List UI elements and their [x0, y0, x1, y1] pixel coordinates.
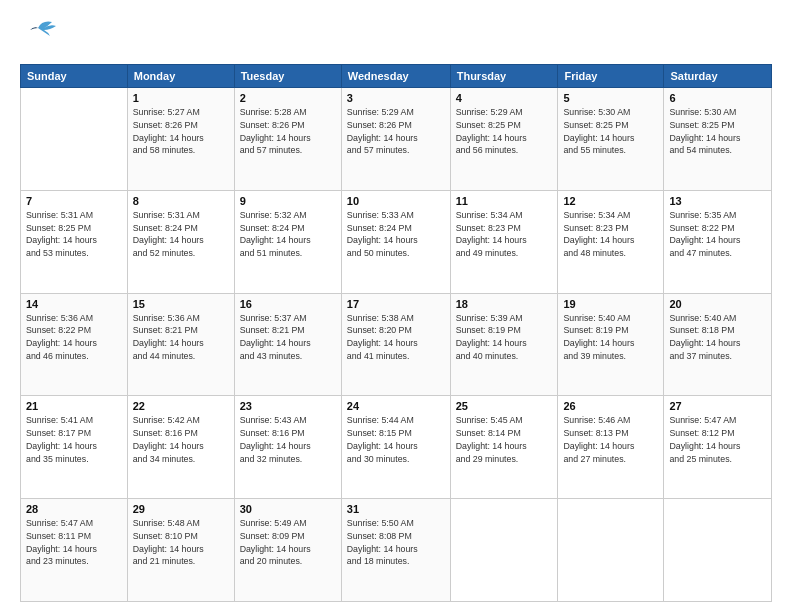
calendar-cell: 21Sunrise: 5:41 AM Sunset: 8:17 PM Dayli…	[21, 396, 128, 499]
calendar-cell	[450, 499, 558, 602]
cell-info-text: Sunrise: 5:31 AM Sunset: 8:24 PM Dayligh…	[133, 209, 229, 260]
calendar-cell: 1Sunrise: 5:27 AM Sunset: 8:26 PM Daylig…	[127, 88, 234, 191]
cell-info-text: Sunrise: 5:28 AM Sunset: 8:26 PM Dayligh…	[240, 106, 336, 157]
cell-info-text: Sunrise: 5:45 AM Sunset: 8:14 PM Dayligh…	[456, 414, 553, 465]
weekday-header: Sunday	[21, 65, 128, 88]
calendar-week-row: 1Sunrise: 5:27 AM Sunset: 8:26 PM Daylig…	[21, 88, 772, 191]
weekday-header: Friday	[558, 65, 664, 88]
cell-info-text: Sunrise: 5:42 AM Sunset: 8:16 PM Dayligh…	[133, 414, 229, 465]
cell-info-text: Sunrise: 5:38 AM Sunset: 8:20 PM Dayligh…	[347, 312, 445, 363]
cell-info-text: Sunrise: 5:29 AM Sunset: 8:25 PM Dayligh…	[456, 106, 553, 157]
cell-date-number: 20	[669, 298, 766, 310]
calendar-cell: 13Sunrise: 5:35 AM Sunset: 8:22 PM Dayli…	[664, 190, 772, 293]
cell-info-text: Sunrise: 5:33 AM Sunset: 8:24 PM Dayligh…	[347, 209, 445, 260]
cell-date-number: 26	[563, 400, 658, 412]
cell-date-number: 7	[26, 195, 122, 207]
header	[20, 18, 772, 54]
calendar-cell: 11Sunrise: 5:34 AM Sunset: 8:23 PM Dayli…	[450, 190, 558, 293]
cell-info-text: Sunrise: 5:36 AM Sunset: 8:22 PM Dayligh…	[26, 312, 122, 363]
cell-date-number: 19	[563, 298, 658, 310]
cell-date-number: 1	[133, 92, 229, 104]
cell-date-number: 17	[347, 298, 445, 310]
cell-date-number: 28	[26, 503, 122, 515]
cell-info-text: Sunrise: 5:49 AM Sunset: 8:09 PM Dayligh…	[240, 517, 336, 568]
logo	[20, 18, 62, 54]
cell-date-number: 18	[456, 298, 553, 310]
cell-info-text: Sunrise: 5:50 AM Sunset: 8:08 PM Dayligh…	[347, 517, 445, 568]
cell-info-text: Sunrise: 5:41 AM Sunset: 8:17 PM Dayligh…	[26, 414, 122, 465]
cell-date-number: 4	[456, 92, 553, 104]
cell-info-text: Sunrise: 5:34 AM Sunset: 8:23 PM Dayligh…	[456, 209, 553, 260]
cell-date-number: 9	[240, 195, 336, 207]
cell-date-number: 8	[133, 195, 229, 207]
cell-info-text: Sunrise: 5:37 AM Sunset: 8:21 PM Dayligh…	[240, 312, 336, 363]
calendar-cell	[664, 499, 772, 602]
calendar-week-row: 14Sunrise: 5:36 AM Sunset: 8:22 PM Dayli…	[21, 293, 772, 396]
calendar-cell: 20Sunrise: 5:40 AM Sunset: 8:18 PM Dayli…	[664, 293, 772, 396]
cell-date-number: 25	[456, 400, 553, 412]
calendar-week-row: 7Sunrise: 5:31 AM Sunset: 8:25 PM Daylig…	[21, 190, 772, 293]
cell-info-text: Sunrise: 5:29 AM Sunset: 8:26 PM Dayligh…	[347, 106, 445, 157]
cell-info-text: Sunrise: 5:30 AM Sunset: 8:25 PM Dayligh…	[669, 106, 766, 157]
calendar-cell: 8Sunrise: 5:31 AM Sunset: 8:24 PM Daylig…	[127, 190, 234, 293]
calendar-cell: 3Sunrise: 5:29 AM Sunset: 8:26 PM Daylig…	[341, 88, 450, 191]
calendar-cell: 14Sunrise: 5:36 AM Sunset: 8:22 PM Dayli…	[21, 293, 128, 396]
calendar-cell: 4Sunrise: 5:29 AM Sunset: 8:25 PM Daylig…	[450, 88, 558, 191]
cell-info-text: Sunrise: 5:35 AM Sunset: 8:22 PM Dayligh…	[669, 209, 766, 260]
cell-info-text: Sunrise: 5:39 AM Sunset: 8:19 PM Dayligh…	[456, 312, 553, 363]
cell-info-text: Sunrise: 5:30 AM Sunset: 8:25 PM Dayligh…	[563, 106, 658, 157]
cell-date-number: 30	[240, 503, 336, 515]
cell-date-number: 3	[347, 92, 445, 104]
cell-date-number: 14	[26, 298, 122, 310]
cell-info-text: Sunrise: 5:34 AM Sunset: 8:23 PM Dayligh…	[563, 209, 658, 260]
calendar-cell: 5Sunrise: 5:30 AM Sunset: 8:25 PM Daylig…	[558, 88, 664, 191]
calendar-cell: 16Sunrise: 5:37 AM Sunset: 8:21 PM Dayli…	[234, 293, 341, 396]
calendar-cell: 10Sunrise: 5:33 AM Sunset: 8:24 PM Dayli…	[341, 190, 450, 293]
calendar-cell: 17Sunrise: 5:38 AM Sunset: 8:20 PM Dayli…	[341, 293, 450, 396]
calendar-cell: 22Sunrise: 5:42 AM Sunset: 8:16 PM Dayli…	[127, 396, 234, 499]
weekday-header: Thursday	[450, 65, 558, 88]
weekday-header: Monday	[127, 65, 234, 88]
calendar-cell: 27Sunrise: 5:47 AM Sunset: 8:12 PM Dayli…	[664, 396, 772, 499]
cell-date-number: 15	[133, 298, 229, 310]
header-row: SundayMondayTuesdayWednesdayThursdayFrid…	[21, 65, 772, 88]
cell-info-text: Sunrise: 5:32 AM Sunset: 8:24 PM Dayligh…	[240, 209, 336, 260]
cell-info-text: Sunrise: 5:46 AM Sunset: 8:13 PM Dayligh…	[563, 414, 658, 465]
calendar-cell: 25Sunrise: 5:45 AM Sunset: 8:14 PM Dayli…	[450, 396, 558, 499]
cell-date-number: 12	[563, 195, 658, 207]
cell-info-text: Sunrise: 5:47 AM Sunset: 8:12 PM Dayligh…	[669, 414, 766, 465]
cell-info-text: Sunrise: 5:27 AM Sunset: 8:26 PM Dayligh…	[133, 106, 229, 157]
calendar-cell: 23Sunrise: 5:43 AM Sunset: 8:16 PM Dayli…	[234, 396, 341, 499]
calendar-cell: 24Sunrise: 5:44 AM Sunset: 8:15 PM Dayli…	[341, 396, 450, 499]
cell-info-text: Sunrise: 5:40 AM Sunset: 8:19 PM Dayligh…	[563, 312, 658, 363]
calendar-cell: 2Sunrise: 5:28 AM Sunset: 8:26 PM Daylig…	[234, 88, 341, 191]
cell-info-text: Sunrise: 5:47 AM Sunset: 8:11 PM Dayligh…	[26, 517, 122, 568]
page: SundayMondayTuesdayWednesdayThursdayFrid…	[0, 0, 792, 612]
cell-date-number: 2	[240, 92, 336, 104]
calendar-cell: 19Sunrise: 5:40 AM Sunset: 8:19 PM Dayli…	[558, 293, 664, 396]
weekday-header: Saturday	[664, 65, 772, 88]
calendar-body: 1Sunrise: 5:27 AM Sunset: 8:26 PM Daylig…	[21, 88, 772, 602]
calendar-cell: 7Sunrise: 5:31 AM Sunset: 8:25 PM Daylig…	[21, 190, 128, 293]
logo-icon	[20, 18, 58, 50]
cell-date-number: 29	[133, 503, 229, 515]
cell-info-text: Sunrise: 5:40 AM Sunset: 8:18 PM Dayligh…	[669, 312, 766, 363]
cell-date-number: 27	[669, 400, 766, 412]
cell-info-text: Sunrise: 5:48 AM Sunset: 8:10 PM Dayligh…	[133, 517, 229, 568]
calendar-cell	[558, 499, 664, 602]
cell-info-text: Sunrise: 5:36 AM Sunset: 8:21 PM Dayligh…	[133, 312, 229, 363]
calendar-cell: 28Sunrise: 5:47 AM Sunset: 8:11 PM Dayli…	[21, 499, 128, 602]
cell-date-number: 22	[133, 400, 229, 412]
calendar-cell: 26Sunrise: 5:46 AM Sunset: 8:13 PM Dayli…	[558, 396, 664, 499]
calendar-cell: 15Sunrise: 5:36 AM Sunset: 8:21 PM Dayli…	[127, 293, 234, 396]
calendar-week-row: 21Sunrise: 5:41 AM Sunset: 8:17 PM Dayli…	[21, 396, 772, 499]
cell-date-number: 13	[669, 195, 766, 207]
cell-date-number: 6	[669, 92, 766, 104]
cell-date-number: 21	[26, 400, 122, 412]
calendar-header: SundayMondayTuesdayWednesdayThursdayFrid…	[21, 65, 772, 88]
cell-date-number: 16	[240, 298, 336, 310]
calendar-cell: 9Sunrise: 5:32 AM Sunset: 8:24 PM Daylig…	[234, 190, 341, 293]
cell-date-number: 11	[456, 195, 553, 207]
calendar-cell: 6Sunrise: 5:30 AM Sunset: 8:25 PM Daylig…	[664, 88, 772, 191]
cell-date-number: 5	[563, 92, 658, 104]
